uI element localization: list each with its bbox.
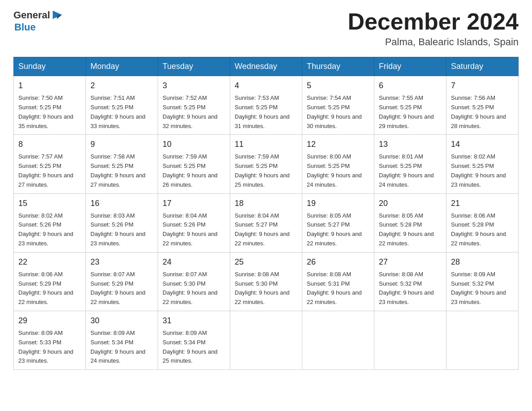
- day-number: 1: [18, 80, 81, 92]
- calendar-day-cell: 1Sunrise: 7:50 AMSunset: 5:25 PMDaylight…: [14, 76, 86, 135]
- day-number: 4: [235, 80, 297, 92]
- calendar-day-cell: 23Sunrise: 8:07 AMSunset: 5:29 PMDayligh…: [86, 252, 158, 311]
- calendar-week-row: 29Sunrise: 8:09 AMSunset: 5:33 PMDayligh…: [14, 311, 519, 369]
- day-number: 11: [235, 138, 297, 150]
- day-info: Sunrise: 7:53 AMSunset: 5:25 PMDaylight:…: [235, 94, 297, 131]
- page-header: General Blue December 2024 Palma, Balear…: [13, 9, 519, 48]
- calendar-day-cell: 8Sunrise: 7:57 AMSunset: 5:25 PMDaylight…: [14, 135, 86, 193]
- calendar-day-cell: 10Sunrise: 7:59 AMSunset: 5:25 PMDayligh…: [158, 135, 230, 193]
- calendar-day-cell: 22Sunrise: 8:06 AMSunset: 5:29 PMDayligh…: [14, 252, 86, 311]
- title-area: December 2024 Palma, Balearic Islands, S…: [348, 9, 519, 48]
- calendar-day-cell: 4Sunrise: 7:53 AMSunset: 5:25 PMDaylight…: [230, 76, 302, 135]
- day-info: Sunrise: 7:56 AMSunset: 5:25 PMDaylight:…: [451, 94, 514, 131]
- day-info: Sunrise: 8:07 AMSunset: 5:30 PMDaylight:…: [163, 270, 225, 307]
- calendar-day-cell: 13Sunrise: 8:01 AMSunset: 5:25 PMDayligh…: [374, 135, 446, 193]
- day-number: 10: [163, 138, 225, 150]
- calendar-day-cell: [302, 311, 374, 369]
- month-title: December 2024: [348, 9, 519, 34]
- day-info: Sunrise: 8:09 AMSunset: 5:32 PMDaylight:…: [451, 270, 514, 307]
- calendar-day-cell: 30Sunrise: 8:09 AMSunset: 5:34 PMDayligh…: [86, 311, 158, 369]
- day-info: Sunrise: 8:00 AMSunset: 5:25 PMDaylight:…: [307, 152, 369, 189]
- day-number: 19: [307, 197, 369, 210]
- calendar-day-cell: 3Sunrise: 7:52 AMSunset: 5:25 PMDaylight…: [158, 76, 230, 135]
- day-number: 27: [379, 256, 442, 268]
- weekday-header-tuesday: Tuesday: [158, 57, 230, 76]
- weekday-header-saturday: Saturday: [446, 57, 519, 76]
- day-number: 20: [379, 197, 442, 210]
- day-number: 12: [307, 138, 369, 150]
- day-info: Sunrise: 7:58 AMSunset: 5:25 PMDaylight:…: [90, 152, 153, 189]
- day-number: 30: [90, 315, 153, 327]
- day-number: 5: [307, 80, 369, 92]
- day-info: Sunrise: 8:09 AMSunset: 5:33 PMDaylight:…: [18, 329, 81, 366]
- day-number: 18: [235, 197, 297, 210]
- calendar-week-row: 15Sunrise: 8:02 AMSunset: 5:26 PMDayligh…: [14, 193, 519, 252]
- calendar-day-cell: 26Sunrise: 8:08 AMSunset: 5:31 PMDayligh…: [302, 252, 374, 311]
- day-info: Sunrise: 8:07 AMSunset: 5:29 PMDaylight:…: [90, 270, 153, 307]
- calendar-day-cell: 28Sunrise: 8:09 AMSunset: 5:32 PMDayligh…: [446, 252, 519, 311]
- day-number: 15: [18, 197, 81, 210]
- day-number: 25: [235, 256, 297, 268]
- day-info: Sunrise: 7:59 AMSunset: 5:25 PMDaylight:…: [163, 152, 225, 189]
- day-number: 23: [90, 256, 153, 268]
- day-info: Sunrise: 7:55 AMSunset: 5:25 PMDaylight:…: [379, 94, 442, 131]
- logo-icon: [51, 9, 64, 21]
- day-number: 16: [90, 197, 153, 210]
- day-info: Sunrise: 8:09 AMSunset: 5:34 PMDaylight:…: [163, 329, 225, 366]
- weekday-header-monday: Monday: [86, 57, 158, 76]
- day-info: Sunrise: 8:04 AMSunset: 5:27 PMDaylight:…: [235, 211, 297, 248]
- day-number: 21: [451, 197, 514, 210]
- calendar-day-cell: 25Sunrise: 8:08 AMSunset: 5:30 PMDayligh…: [230, 252, 302, 311]
- day-info: Sunrise: 8:03 AMSunset: 5:26 PMDaylight:…: [90, 211, 153, 248]
- day-info: Sunrise: 7:57 AMSunset: 5:25 PMDaylight:…: [18, 152, 81, 189]
- day-info: Sunrise: 8:02 AMSunset: 5:25 PMDaylight:…: [451, 152, 514, 189]
- calendar-day-cell: 2Sunrise: 7:51 AMSunset: 5:25 PMDaylight…: [86, 76, 158, 135]
- weekday-header-sunday: Sunday: [14, 57, 86, 76]
- day-number: 22: [18, 256, 81, 268]
- calendar-day-cell: [374, 311, 446, 369]
- calendar-day-cell: 19Sunrise: 8:05 AMSunset: 5:27 PMDayligh…: [302, 193, 374, 252]
- calendar-day-cell: [446, 311, 519, 369]
- day-info: Sunrise: 8:04 AMSunset: 5:26 PMDaylight:…: [163, 211, 225, 248]
- weekday-header-row: SundayMondayTuesdayWednesdayThursdayFrid…: [14, 57, 519, 76]
- calendar-week-row: 8Sunrise: 7:57 AMSunset: 5:25 PMDaylight…: [14, 135, 519, 193]
- day-info: Sunrise: 8:08 AMSunset: 5:32 PMDaylight:…: [379, 270, 442, 307]
- day-number: 31: [163, 315, 225, 327]
- calendar-day-cell: [230, 311, 302, 369]
- calendar-day-cell: 15Sunrise: 8:02 AMSunset: 5:26 PMDayligh…: [14, 193, 86, 252]
- calendar-day-cell: 12Sunrise: 8:00 AMSunset: 5:25 PMDayligh…: [302, 135, 374, 193]
- calendar-day-cell: 29Sunrise: 8:09 AMSunset: 5:33 PMDayligh…: [14, 311, 86, 369]
- day-number: 29: [18, 315, 81, 327]
- calendar-day-cell: 21Sunrise: 8:06 AMSunset: 5:28 PMDayligh…: [446, 193, 519, 252]
- calendar-table: SundayMondayTuesdayWednesdayThursdayFrid…: [13, 57, 519, 370]
- day-number: 26: [307, 256, 369, 268]
- calendar-day-cell: 31Sunrise: 8:09 AMSunset: 5:34 PMDayligh…: [158, 311, 230, 369]
- day-info: Sunrise: 8:05 AMSunset: 5:27 PMDaylight:…: [307, 211, 369, 248]
- day-number: 2: [90, 80, 153, 92]
- day-info: Sunrise: 7:52 AMSunset: 5:25 PMDaylight:…: [163, 94, 225, 131]
- calendar-day-cell: 27Sunrise: 8:08 AMSunset: 5:32 PMDayligh…: [374, 252, 446, 311]
- day-info: Sunrise: 8:01 AMSunset: 5:25 PMDaylight:…: [379, 152, 442, 189]
- calendar-day-cell: 11Sunrise: 7:59 AMSunset: 5:25 PMDayligh…: [230, 135, 302, 193]
- logo: General Blue: [13, 9, 64, 33]
- day-info: Sunrise: 8:09 AMSunset: 5:34 PMDaylight:…: [90, 329, 153, 366]
- calendar-week-row: 22Sunrise: 8:06 AMSunset: 5:29 PMDayligh…: [14, 252, 519, 311]
- calendar-day-cell: 14Sunrise: 8:02 AMSunset: 5:25 PMDayligh…: [446, 135, 519, 193]
- logo-blue-text: Blue: [14, 21, 36, 33]
- calendar-day-cell: 17Sunrise: 8:04 AMSunset: 5:26 PMDayligh…: [158, 193, 230, 252]
- weekday-header-friday: Friday: [374, 57, 446, 76]
- day-number: 3: [163, 80, 225, 92]
- day-info: Sunrise: 8:08 AMSunset: 5:30 PMDaylight:…: [235, 270, 297, 307]
- calendar-day-cell: 18Sunrise: 8:04 AMSunset: 5:27 PMDayligh…: [230, 193, 302, 252]
- calendar-day-cell: 7Sunrise: 7:56 AMSunset: 5:25 PMDaylight…: [446, 76, 519, 135]
- day-number: 28: [451, 256, 514, 268]
- day-number: 14: [451, 138, 514, 150]
- calendar-day-cell: 5Sunrise: 7:54 AMSunset: 5:25 PMDaylight…: [302, 76, 374, 135]
- calendar-day-cell: 24Sunrise: 8:07 AMSunset: 5:30 PMDayligh…: [158, 252, 230, 311]
- day-number: 6: [379, 80, 442, 92]
- day-number: 17: [163, 197, 225, 210]
- day-number: 8: [18, 138, 81, 150]
- day-number: 7: [451, 80, 514, 92]
- calendar-day-cell: 6Sunrise: 7:55 AMSunset: 5:25 PMDaylight…: [374, 76, 446, 135]
- day-info: Sunrise: 7:54 AMSunset: 5:25 PMDaylight:…: [307, 94, 369, 131]
